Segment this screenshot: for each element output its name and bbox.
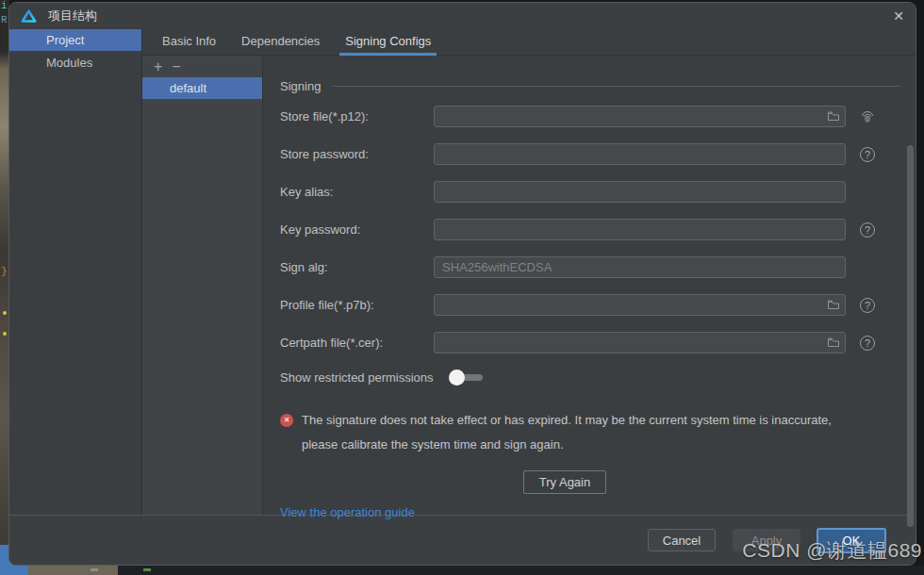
try-again-button[interactable]: Try Again	[523, 470, 606, 494]
key-alias-input[interactable]	[434, 181, 846, 203]
certpath-file-label: Certpath file(*.cer):	[280, 336, 434, 350]
cancel-button[interactable]: Cancel	[648, 529, 716, 551]
signature-error-message: ✕ The signature does not take effect or …	[280, 412, 916, 457]
section-title: Signing	[280, 79, 321, 93]
background-code-fragment: R	[1, 14, 8, 25]
signing-section-header: Signing	[280, 78, 916, 93]
store-file-label: Store file(*.p12):	[280, 109, 434, 123]
key-alias-row: Key alias:	[280, 181, 916, 203]
toggle-label: Show restricted permissions	[280, 370, 434, 385]
background-dot	[3, 311, 7, 315]
folder-browse-icon[interactable]	[827, 337, 840, 348]
signing-config-list: + − default	[142, 56, 263, 515]
section-divider	[332, 86, 900, 87]
sidebar-item-project[interactable]: Project	[9, 29, 141, 51]
background-code-fragment: i	[1, 0, 8, 11]
key-alias-label: Key alias:	[280, 185, 434, 199]
store-file-input[interactable]	[434, 106, 846, 127]
sign-alg-label: Sign alg:	[280, 260, 434, 274]
fingerprint-icon[interactable]	[859, 108, 876, 125]
tab-bar: Basic Info Dependencies Signing Configs	[142, 29, 916, 56]
help-icon[interactable]: ?	[860, 336, 875, 351]
folder-browse-icon[interactable]	[827, 299, 840, 310]
background-dot	[3, 332, 7, 336]
dialog-title: 项目结构	[48, 8, 97, 25]
remove-config-icon[interactable]: −	[172, 59, 180, 74]
project-structure-dialog: 项目结构 ✕ Project Modules Basic Info Depend…	[8, 2, 916, 566]
key-password-label: Key password:	[280, 222, 434, 237]
dialog-titlebar: 项目结构 ✕	[9, 3, 916, 29]
background-mark	[143, 568, 151, 571]
add-config-icon[interactable]: +	[154, 59, 162, 74]
background-code-fragment: }	[1, 266, 8, 277]
background-image-strip	[28, 566, 118, 575]
key-password-row: Key password: ?	[280, 219, 916, 240]
operation-guide-link[interactable]: View the operation guide	[280, 505, 415, 519]
sidebar-item-modules[interactable]: Modules	[9, 52, 141, 74]
deveco-logo-icon	[21, 9, 37, 24]
tab-basic-info[interactable]: Basic Info	[157, 29, 222, 56]
store-password-row: Store password: ?	[280, 143, 916, 165]
tab-dependencies[interactable]: Dependencies	[236, 29, 325, 56]
store-password-input[interactable]	[434, 143, 846, 165]
folder-browse-icon[interactable]	[827, 110, 840, 122]
toggle-knob	[449, 370, 465, 386]
background-statusbar	[0, 566, 924, 575]
signing-form: Signing Store file(*.p12):	[263, 56, 916, 515]
restricted-permissions-row: Show restricted permissions	[280, 370, 916, 386]
help-icon[interactable]: ?	[860, 222, 875, 238]
sidebar: Project Modules	[9, 29, 142, 515]
tab-signing-configs[interactable]: Signing Configs	[339, 29, 437, 56]
sign-alg-input[interactable]	[434, 256, 846, 278]
help-icon[interactable]: ?	[860, 147, 875, 162]
profile-file-label: Profile file(*.p7b):	[280, 298, 434, 312]
vertical-scrollbar[interactable]	[907, 145, 914, 527]
certpath-file-input[interactable]	[434, 332, 846, 353]
background-mark	[91, 568, 98, 571]
certpath-file-row: Certpath file(*.cer): ?	[280, 332, 916, 353]
restricted-permissions-toggle[interactable]	[449, 370, 485, 386]
store-file-row: Store file(*.p12):	[280, 106, 916, 127]
store-password-label: Store password:	[280, 147, 434, 161]
profile-file-input[interactable]	[434, 294, 846, 316]
csdn-watermark: CSDN @谢道韫689	[742, 537, 922, 564]
key-password-input[interactable]	[434, 219, 846, 240]
profile-file-row: Profile file(*.p7b): ?	[280, 294, 916, 316]
error-icon: ✕	[280, 414, 293, 427]
help-icon[interactable]: ?	[860, 298, 875, 313]
config-item-default[interactable]: default	[142, 77, 262, 99]
config-list-toolbar: + −	[142, 56, 262, 77]
sign-alg-row: Sign alg:	[280, 256, 916, 278]
close-icon[interactable]: ✕	[893, 9, 904, 23]
error-text: The signature does not take effect or ha…	[302, 408, 867, 457]
